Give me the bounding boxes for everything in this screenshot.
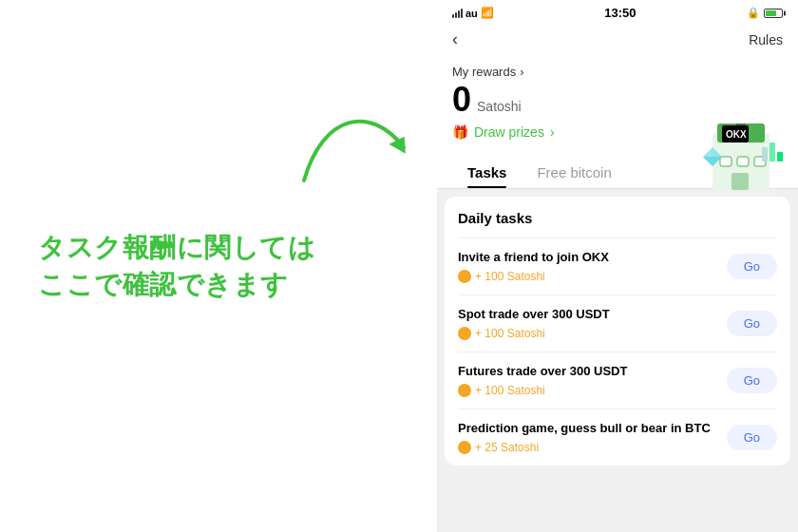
svg-text:OKX: OKX: [726, 129, 747, 140]
annotation-text: タスク報酬に関しては ここで確認できます: [38, 229, 316, 303]
left-panel: タスク報酬に関しては ここで確認できます: [0, 0, 437, 532]
task-item: Prediction game, guess bull or bear in B…: [458, 408, 777, 466]
task-reward: + 100 Satoshi: [458, 270, 717, 283]
task-info: Spot trade over 300 USDT + 100 Satoshi: [458, 307, 717, 340]
task-info: Futures trade over 300 USDT + 100 Satosh…: [458, 364, 717, 397]
coin-icon: [458, 384, 471, 397]
illustration: OKX: [684, 104, 788, 200]
task-title: Futures trade over 300 USDT: [458, 364, 717, 380]
coin-icon: [458, 327, 471, 340]
svg-rect-10: [770, 142, 775, 162]
status-bar: au 📶 13:50 🔒: [437, 0, 798, 24]
wifi-icon: 📶: [481, 7, 494, 19]
nav-bar: ‹ Rules: [437, 24, 798, 57]
task-go-button[interactable]: Go: [727, 425, 777, 450]
status-signal: au 📶: [452, 7, 494, 19]
task-reward-label: + 100 Satoshi: [475, 270, 545, 283]
content-area: Daily tasks Invite a friend to join OKX …: [437, 189, 798, 532]
my-rewards-link[interactable]: My rewards ›: [452, 65, 783, 79]
tab-tasks[interactable]: Tasks: [452, 155, 522, 188]
task-item: Invite a friend to join OKX + 100 Satosh…: [458, 238, 777, 294]
status-time: 13:50: [604, 6, 636, 20]
coin-icon: [458, 441, 471, 454]
draw-prizes-label: Draw prizes: [474, 124, 544, 140]
annotation-arrow: [294, 95, 418, 200]
task-title: Prediction game, guess bull or bear in B…: [458, 421, 717, 437]
task-reward-label: + 100 Satoshi: [475, 384, 545, 397]
status-battery: 🔒: [747, 7, 783, 19]
battery-icon: [764, 9, 783, 18]
daily-tasks-container: Daily tasks Invite a friend to join OKX …: [445, 197, 790, 466]
task-reward: + 100 Satoshi: [458, 327, 717, 340]
lock-icon: 🔒: [747, 7, 760, 19]
annotation-line1: タスク報酬に関しては: [38, 229, 316, 266]
task-item: Spot trade over 300 USDT + 100 Satoshi G…: [458, 294, 777, 352]
carrier-label: au: [466, 8, 478, 19]
annotation-line2: ここで確認できます: [38, 266, 316, 303]
task-title: Invite a friend to join OKX: [458, 250, 717, 266]
task-title: Spot trade over 300 USDT: [458, 307, 717, 323]
rewards-unit: Satoshi: [477, 99, 522, 114]
task-go-button[interactable]: Go: [727, 368, 777, 393]
task-reward: + 100 Satoshi: [458, 384, 717, 397]
svg-rect-6: [720, 157, 732, 166]
phone-screen: au 📶 13:50 🔒 ‹ Rules My rewards › 0: [437, 0, 798, 532]
back-button[interactable]: ‹: [452, 29, 458, 49]
task-info: Invite a friend to join OKX + 100 Satosh…: [458, 250, 717, 283]
my-rewards-label: My rewards: [452, 65, 516, 79]
signal-bars-icon: [452, 9, 463, 18]
task-go-button[interactable]: Go: [727, 311, 777, 336]
task-info: Prediction game, guess bull or bear in B…: [458, 421, 717, 454]
task-reward: + 25 Satoshi: [458, 441, 717, 454]
svg-rect-9: [732, 173, 749, 190]
tab-free-bitcoin[interactable]: Free bitcoin: [522, 155, 626, 188]
svg-rect-12: [762, 147, 768, 162]
daily-tasks-title: Daily tasks: [458, 210, 777, 226]
my-rewards-chevron: ›: [520, 65, 523, 79]
coin-icon: [458, 270, 471, 283]
task-reward-label: + 100 Satoshi: [475, 327, 545, 340]
rewards-number: 0: [452, 83, 471, 117]
gift-icon: 🎁: [452, 124, 468, 140]
task-reward-label: + 25 Satoshi: [475, 441, 539, 454]
svg-rect-7: [737, 157, 749, 166]
task-item: Futures trade over 300 USDT + 100 Satosh…: [458, 352, 777, 408]
svg-rect-11: [777, 152, 783, 162]
rules-button[interactable]: Rules: [749, 32, 783, 48]
task-go-button[interactable]: Go: [727, 254, 777, 279]
rewards-section: My rewards › 0 Satoshi 🎁 Draw prizes ›: [437, 57, 798, 151]
draw-prizes-chevron: ›: [550, 124, 555, 140]
